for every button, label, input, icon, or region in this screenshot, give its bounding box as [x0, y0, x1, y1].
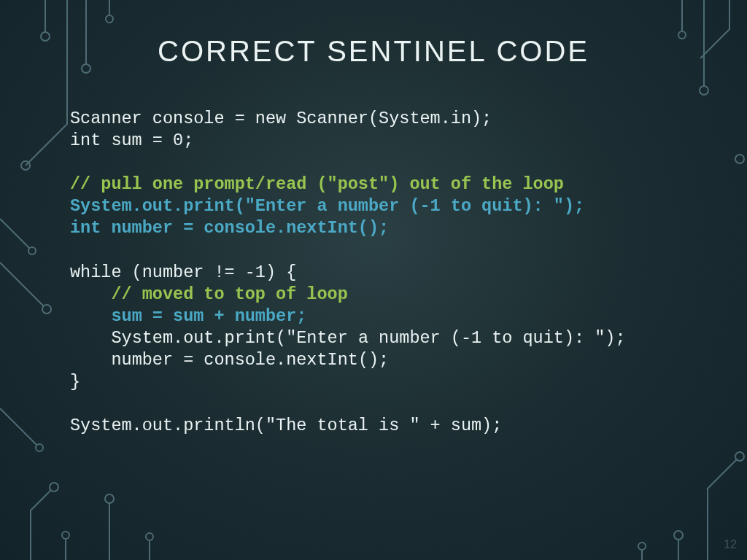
- code-line-highlight: int number = console.nextInt();: [70, 218, 389, 238]
- svg-point-0: [21, 161, 30, 170]
- svg-point-7: [28, 247, 36, 254]
- code-comment: // moved to top of loop: [70, 284, 348, 304]
- svg-point-11: [62, 532, 69, 539]
- code-block: Scanner console = new Scanner(System.in)…: [70, 108, 712, 437]
- svg-point-3: [106, 15, 113, 23]
- slide-title: CORRECT SENTINEL CODE: [0, 35, 747, 68]
- code-comment: // pull one prompt/read ("post") out of …: [70, 174, 564, 194]
- code-line-highlight: System.out.print("Enter a number (-1 to …: [70, 196, 584, 216]
- code-line: int sum = 0;: [70, 131, 193, 150]
- svg-point-13: [146, 533, 153, 540]
- svg-point-9: [36, 444, 43, 451]
- svg-point-8: [42, 305, 51, 314]
- svg-point-6: [735, 155, 744, 163]
- code-line: Scanner console = new Scanner(System.in)…: [70, 109, 492, 128]
- svg-point-15: [674, 531, 683, 540]
- page-number: 12: [724, 538, 737, 551]
- svg-point-4: [700, 86, 708, 95]
- svg-point-10: [50, 483, 58, 491]
- code-line: System.out.println("The total is " + sum…: [70, 416, 502, 435]
- slide: CORRECT SENTINEL CODE Scanner console = …: [0, 0, 747, 560]
- svg-point-16: [638, 542, 646, 550]
- svg-point-14: [735, 452, 744, 461]
- code-line: System.out.print("Enter a number (-1 to …: [70, 328, 626, 348]
- code-line-highlight: sum = sum + number;: [70, 306, 306, 326]
- code-line: while (number != -1) {: [70, 262, 296, 282]
- code-line: }: [70, 372, 80, 392]
- svg-point-12: [105, 494, 114, 503]
- code-line: number = console.nextInt();: [70, 350, 389, 370]
